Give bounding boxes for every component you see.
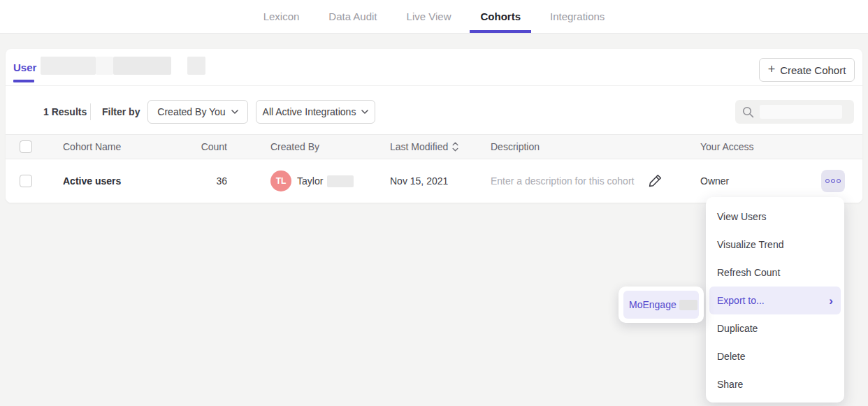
created-by-dropdown[interactable]: Created By You [147,100,248,124]
cohort-name[interactable]: Active users [63,159,121,203]
sort-icon[interactable] [452,142,458,152]
created-by-dropdown-value: Created By You [157,106,225,117]
tabbar-divider [6,85,862,86]
created-by-name: Taylor [297,175,323,187]
ellipsis-icon [825,179,830,183]
menu-item-export-to[interactable]: Export to... › [709,287,841,314]
redacted-tab [187,57,205,75]
tab-lexicon[interactable]: Lexicon [253,0,310,33]
col-created-by: Created By [270,135,319,159]
tab-integrations[interactable]: Integrations [540,0,615,33]
col-your-access: Your Access [700,135,754,159]
redacted-submenu-text [679,300,697,310]
ellipsis-icon [837,179,841,183]
divider [90,103,91,120]
search-input[interactable] [735,100,854,124]
results-count: 1 Results [43,106,87,117]
access-value: Owner [700,159,729,203]
cohort-count: 36 [166,159,227,203]
menu-item-visualize-trend[interactable]: Visualize Trend [709,231,841,259]
col-last-modified-label: Last Modified [390,141,448,152]
create-cohort-button[interactable]: + Create Cohort [759,58,855,82]
plus-icon: + [768,63,776,75]
row-checkbox[interactable] [20,175,32,187]
redacted-last-name [327,175,354,187]
tab-user[interactable]: User [13,61,36,73]
chevron-right-icon: › [829,295,833,307]
cohort-row: Active users 36 TL Taylor Nov 15, 2021 E… [6,159,862,203]
menu-item-duplicate[interactable]: Duplicate [709,314,841,342]
menu-item-export-to-label: Export to... [717,295,765,306]
submenu-item-moengage-label: MoEngage [629,299,677,310]
integrations-dropdown-value: All Active Integrations [263,106,356,117]
menu-item-delete[interactable]: Delete [709,342,841,370]
menu-item-share[interactable]: Share [709,370,841,398]
col-cohort-name: Cohort Name [63,135,121,159]
menu-item-refresh-count[interactable]: Refresh Count [709,259,841,287]
filter-by-label: Filter by [102,106,140,117]
chevron-down-icon [231,110,238,114]
tab-cohorts[interactable]: Cohorts [470,0,531,33]
cohorts-card: User + Create Cohort 1 Results Filter by… [6,49,862,203]
row-actions-button[interactable] [821,170,845,192]
avatar: TL [270,171,291,191]
context-menu: View Users Visualize Trend Refresh Count… [706,197,844,403]
table-header: Cohort Name Count Created By Last Modifi… [6,134,862,159]
last-modified-date: Nov 15, 2021 [390,159,448,203]
active-tab-indicator [13,80,34,82]
integrations-dropdown[interactable]: All Active Integrations [256,100,375,124]
create-cohort-label: Create Cohort [780,64,846,76]
top-nav: Lexicon Data Audit Live View Cohorts Int… [0,0,868,34]
search-icon [742,106,754,118]
col-count: Count [166,135,227,159]
export-submenu: MoEngage [619,287,704,323]
redacted-tab [96,57,113,75]
col-last-modified[interactable]: Last Modified [390,135,458,159]
description-placeholder[interactable]: Enter a description for this cohort [491,159,634,203]
redacted-tab [41,57,96,75]
tab-data-audit[interactable]: Data Audit [318,0,387,33]
ellipsis-icon [831,179,835,183]
col-description: Description [491,135,540,159]
chevron-down-icon [361,110,368,114]
submenu-item-moengage[interactable]: MoEngage [623,291,699,319]
pencil-icon[interactable] [649,173,663,189]
created-by-cell: TL Taylor [270,159,354,203]
redacted-tab [113,57,171,75]
redacted-search-text [760,105,842,119]
menu-item-view-users[interactable]: View Users [709,203,841,231]
tab-live-view[interactable]: Live View [396,0,462,33]
select-all-checkbox[interactable] [20,140,32,153]
